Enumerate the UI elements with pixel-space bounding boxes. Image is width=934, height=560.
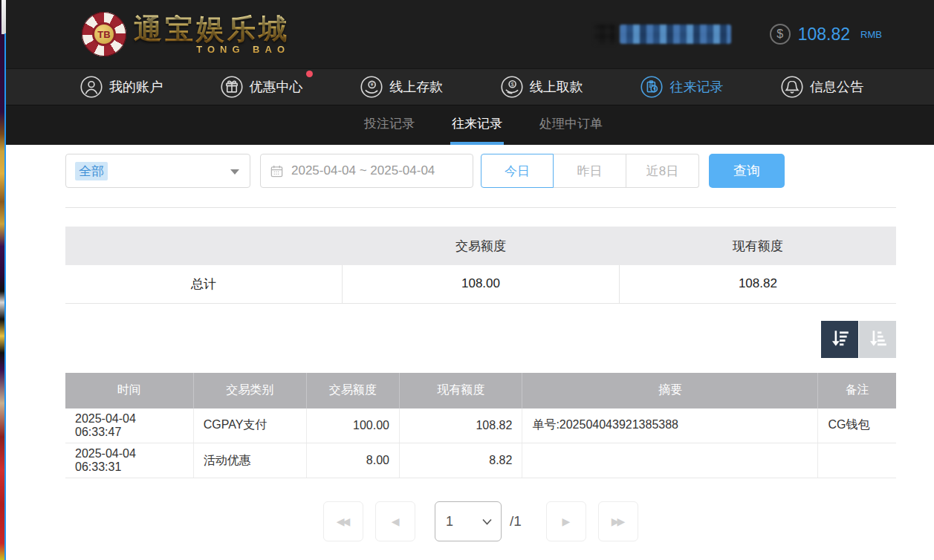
- cell-transaction-amount: 100.00: [306, 408, 399, 443]
- page: TB 通宝娱乐城 TONG BAO $ 108.82 RMB: [6, 0, 934, 560]
- calendar-icon: [270, 164, 284, 178]
- col-header-type: 交易类别: [193, 373, 306, 408]
- summary-table: 交易额度 现有额度 总计 108.00 108.82: [65, 227, 896, 304]
- dollar-circle-icon: $: [770, 24, 791, 45]
- summary-total-row: 总计 108.00 108.82: [65, 265, 896, 303]
- divider: [65, 207, 896, 208]
- records-header-row: 时间 交易类别 交易额度 现有额度 摘要 备注: [65, 373, 896, 408]
- col-header-time: 时间: [65, 373, 193, 408]
- filter-bar: 全部 2025-04-04 ~ 2025-04-04 今日 昨日: [65, 154, 896, 188]
- sort-descending-button[interactable]: [821, 321, 858, 358]
- balance-currency: RMB: [860, 29, 882, 40]
- nav-label: 线上存款: [389, 78, 443, 96]
- last-page-button[interactable]: ▶▶: [598, 501, 638, 541]
- background-page-edge: [0, 0, 6, 560]
- search-button[interactable]: 查询: [709, 154, 785, 188]
- cell-time: 2025-04-04 06:33:47: [65, 408, 193, 443]
- balance-amount: 108.82: [798, 25, 850, 45]
- records-table: 时间 交易类别 交易额度 现有额度 摘要 备注 2025-04-04 06:33…: [65, 373, 896, 479]
- main-nav: 我的账户 优惠中心 ¥ 线上存款: [6, 68, 934, 105]
- cell-summary: [522, 443, 818, 478]
- nav-item-withdraw[interactable]: $ 线上取款: [501, 76, 583, 98]
- user-icon: [80, 76, 103, 98]
- username-blur: [620, 25, 731, 44]
- nav-item-transaction-records[interactable]: 往来记录: [640, 76, 723, 98]
- page-total: /1: [510, 513, 522, 530]
- summary-total-label: 总计: [65, 265, 343, 303]
- nav-label: 线上取款: [530, 78, 583, 96]
- deposit-icon: ¥: [360, 76, 383, 98]
- tab-transaction-records[interactable]: 往来记录: [450, 105, 504, 145]
- next-page-button[interactable]: ▶: [546, 501, 586, 541]
- cell-time: 2025-04-04 06:33:31: [65, 443, 193, 478]
- tab-betting-records[interactable]: 投注记录: [363, 105, 416, 145]
- gift-icon: [221, 76, 243, 98]
- cell-type: 活动优惠: [193, 443, 306, 478]
- records-icon: [640, 76, 663, 98]
- col-header-transaction-amount: 交易额度: [306, 373, 399, 408]
- nav-label: 往来记录: [669, 78, 723, 96]
- nav-label: 信息公告: [810, 78, 863, 96]
- sort-ascending-button[interactable]: [859, 321, 896, 358]
- logo-text: 通宝娱乐城 TONG BAO: [134, 15, 290, 54]
- summary-header-row: 交易额度 现有额度: [65, 227, 896, 265]
- nav-item-promotions[interactable]: 优惠中心: [221, 76, 303, 98]
- nav-item-my-account[interactable]: 我的账户: [80, 76, 163, 98]
- chip-monogram: TB: [92, 22, 116, 46]
- cell-current-amount: 108.82: [399, 408, 522, 443]
- table-row: 2025-04-04 06:33:47 CGPAY支付 100.00 108.8…: [65, 408, 896, 443]
- type-select-value: 全部: [75, 162, 108, 180]
- cell-type: CGPAY支付: [193, 408, 306, 443]
- sort-controls: [65, 321, 896, 358]
- date-range-value: 2025-04-04 ~ 2025-04-04: [291, 163, 435, 178]
- nav-label: 优惠中心: [250, 78, 303, 96]
- page-select[interactable]: 1: [435, 501, 502, 541]
- quick-btn-yesterday[interactable]: 昨日: [554, 154, 626, 188]
- wallet-balance[interactable]: $ 108.82 RMB: [770, 24, 882, 45]
- summary-header-current: 现有额度: [619, 227, 896, 265]
- notification-dot: [306, 71, 313, 77]
- bell-icon: [781, 76, 803, 98]
- sort-desc-icon: [828, 327, 851, 351]
- col-header-remark: 备注: [818, 373, 896, 408]
- summary-header-transaction: 交易额度: [343, 227, 620, 265]
- nav-item-announcements[interactable]: 信息公告: [781, 76, 863, 98]
- header-right: $ 108.82 RMB: [594, 0, 882, 68]
- sub-nav: 投注记录 往来记录 处理中订单: [6, 105, 934, 145]
- quick-btn-last8days[interactable]: 近8日: [626, 154, 699, 188]
- col-header-summary: 摘要: [522, 373, 818, 408]
- summary-header-blank: [65, 227, 343, 265]
- cell-summary: 单号:202504043921385388: [522, 408, 818, 443]
- logo-subtitle: TONG BAO: [134, 45, 290, 54]
- page-select-value: 1: [446, 514, 453, 530]
- withdraw-icon: $: [501, 76, 523, 98]
- nav-label: 我的账户: [109, 78, 163, 96]
- pagination: ◀◀ ◀ 1 /1 ▶ ▶▶: [65, 501, 896, 541]
- summary-current-amount: 108.82: [619, 265, 896, 303]
- quick-btn-today[interactable]: 今日: [481, 154, 554, 188]
- nav-item-deposit[interactable]: ¥ 线上存款: [360, 76, 443, 98]
- avatar: [594, 25, 615, 44]
- chevron-down-icon: [482, 518, 492, 525]
- sort-asc-icon: [866, 327, 889, 351]
- cell-remark: [818, 443, 896, 478]
- logo-title: 通宝娱乐城: [134, 15, 290, 43]
- content: 全部 2025-04-04 ~ 2025-04-04 今日 昨日: [65, 154, 896, 541]
- site-logo[interactable]: TB 通宝娱乐城 TONG BAO: [82, 12, 290, 56]
- username-redacted[interactable]: [594, 25, 731, 44]
- prev-page-button[interactable]: ◀: [375, 501, 415, 541]
- cell-transaction-amount: 8.00: [306, 443, 399, 478]
- top-header: TB 通宝娱乐城 TONG BAO $ 108.82 RMB: [6, 0, 934, 68]
- table-row: 2025-04-04 06:33:31 活动优惠 8.00 8.82: [65, 443, 896, 478]
- tab-processing-orders[interactable]: 处理中订单: [538, 105, 604, 145]
- type-select[interactable]: 全部: [65, 154, 250, 188]
- poker-chip-icon: TB: [82, 12, 126, 56]
- summary-transaction-amount: 108.00: [343, 265, 620, 303]
- chevron-down-icon: [230, 169, 239, 175]
- first-page-button[interactable]: ◀◀: [323, 501, 363, 541]
- cell-remark: CG钱包: [818, 408, 896, 443]
- cell-current-amount: 8.82: [399, 443, 522, 478]
- date-range-input[interactable]: 2025-04-04 ~ 2025-04-04: [260, 154, 473, 188]
- quick-date-group: 今日 昨日 近8日: [481, 154, 699, 188]
- col-header-current-amount: 现有额度: [399, 373, 522, 408]
